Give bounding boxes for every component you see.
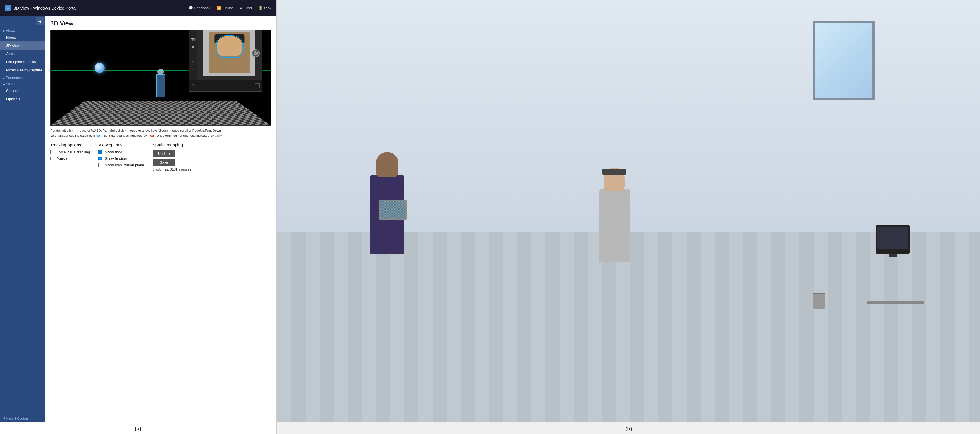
pause-label: Pause <box>56 157 67 161</box>
sidebar-item-scratch[interactable]: Scratch <box>0 87 45 95</box>
hologram-figure <box>149 52 172 97</box>
sidebar-section-performance: ▸ Performance <box>0 74 45 80</box>
show-frustum-row: ✓ Show frustum <box>99 157 144 161</box>
view-options-group: View options ✓ Show floor ✓ Show frustum… <box>99 143 144 171</box>
title-bar: 🖥 3D View - Windows Device Portal 💬 Feed… <box>0 0 276 16</box>
viewport-instructions: Rotate: left click + mouse or WASD; Pan:… <box>50 128 271 138</box>
monitor-stand <box>889 253 897 257</box>
ar-face-outline <box>216 35 243 58</box>
pause-row: Pause <box>50 157 90 161</box>
show-floor-row: ✓ Show floor <box>99 150 144 154</box>
temp-icon: 🌡 <box>239 6 243 10</box>
force-visual-tracking-row: Force visual tracking <box>50 150 90 154</box>
person-with-laptop <box>362 141 418 253</box>
main-area: ◀ ▸ Views Home 3D View Apps Hologram Sta… <box>0 16 276 423</box>
spatial-mapping-group: Spatial mapping Update Save 6 volumes; 3… <box>153 143 191 171</box>
cam-footer-square <box>255 83 259 88</box>
record-button[interactable] <box>252 49 259 57</box>
camera-footer: ⬡ <box>189 80 262 91</box>
room-window <box>813 21 875 100</box>
show-floor-checkbox[interactable]: ✓ <box>99 150 102 154</box>
show-stabilization-label: Show stabilization plane <box>105 163 144 167</box>
laptop <box>379 200 407 220</box>
sidebar-collapse-btn[interactable]: ◀ <box>35 17 44 25</box>
options-area: Tracking options Force visual tracking P… <box>50 143 271 171</box>
trash-can <box>813 293 826 309</box>
holo-sphere <box>94 63 105 73</box>
camera-feed-inner <box>204 30 255 76</box>
cam-grid-icon: :: <box>190 64 196 67</box>
spatial-mapping-title: Spatial mapping <box>153 143 191 147</box>
record-indicator <box>254 51 258 55</box>
person-in-camera <box>208 32 250 73</box>
content-area: 3D View Camera ─ <box>45 16 276 423</box>
show-stabilization-checkbox[interactable] <box>99 163 102 167</box>
page-title: 3D View <box>50 20 271 27</box>
panel-a: 🖥 3D View - Windows Device Portal 💬 Feed… <box>0 0 277 434</box>
cam-footer-icon-left: ⬡ <box>191 84 195 88</box>
arrow-icon: ▸ <box>3 29 5 32</box>
instruction-line1: Rotate: left click + mouse or WASD; Pan:… <box>50 128 271 133</box>
sidebar-item-home[interactable]: Home <box>0 33 45 41</box>
cam-camera-icon[interactable]: 📷 <box>191 36 196 41</box>
force-visual-tracking-label: Force visual tracking <box>56 150 90 154</box>
arrow-icon-sys: ▸ <box>3 82 5 86</box>
blue-label: Blue <box>94 134 100 137</box>
red-label: Red <box>148 134 154 137</box>
arrow-icon-perf: ▸ <box>3 76 5 79</box>
person-with-ar-headset <box>594 155 644 262</box>
monitor-screen <box>877 227 908 249</box>
app-icon: 🖥 <box>5 5 11 11</box>
wifi-icon: 📶 <box>217 6 221 10</box>
tracking-options-title: Tracking options <box>50 143 90 147</box>
show-frustum-checkbox[interactable]: ✓ <box>99 157 102 160</box>
monitor <box>876 225 910 253</box>
person-right-body <box>599 188 630 262</box>
cam-settings-icon[interactable]: ⚙ <box>191 30 195 33</box>
title-bar-controls: 💬 Feedback 📶 Online 🌡 Cool 🔋 89% <box>188 6 272 10</box>
camera-sidebar: ⚙ 📷 ⏺ ▲ :: ▼ <box>189 30 197 80</box>
sidebar-item-apps[interactable]: Apps <box>0 50 45 58</box>
instruction-mid2: ; Undetermined handedness indicated by <box>154 134 215 137</box>
update-button[interactable]: Update <box>153 150 175 157</box>
gray-label: Gray <box>215 134 222 137</box>
sidebar-item-mixed-reality[interactable]: Mixed Reality Capture <box>0 66 45 74</box>
camera-feed <box>197 30 262 80</box>
sidebar-item-3dview[interactable]: 3D View <box>0 41 45 50</box>
holo-head <box>158 69 164 75</box>
feedback-btn[interactable]: 💬 Feedback <box>188 6 210 10</box>
show-floor-label: Show floor <box>105 150 122 154</box>
sidebar-item-openxr[interactable]: OpenXR <box>0 95 45 103</box>
panel-b: (b) <box>277 0 980 434</box>
caption-b: (b) <box>277 423 980 434</box>
room-scene <box>277 0 980 423</box>
spatial-mapping-info: 6 volumes; 3181 triangles <box>153 168 191 171</box>
show-stabilization-row: Show stabilization plane <box>99 163 144 167</box>
sidebar-section-system: ▸ System <box>0 80 45 87</box>
cam-toggle-icon[interactable]: ⏺ <box>191 44 195 49</box>
online-status: 📶 Online <box>217 6 233 10</box>
hololens-headset <box>602 169 626 174</box>
view-options-title: View options <box>99 143 144 147</box>
laptop-screen <box>380 201 406 218</box>
instruction-mid1: ; Right handedness indicated by <box>101 134 148 137</box>
3d-viewport[interactable]: Camera ─ □ ✕ ⚙ 📷 ⏺ ▲ <box>50 30 271 126</box>
instruction-prefix: Left handedness indicated by <box>50 134 94 137</box>
battery-icon: 🔋 <box>258 6 263 10</box>
cam-down-btn[interactable]: ▼ <box>190 68 196 71</box>
sidebar-item-hologram-stability[interactable]: Hologram Stability <box>0 58 45 66</box>
pause-checkbox[interactable] <box>50 157 54 160</box>
sidebar-section-views: ▸ Views <box>0 27 45 33</box>
photo-container <box>277 0 980 423</box>
desk <box>867 301 924 304</box>
camera-window[interactable]: Camera ─ □ ✕ ⚙ 📷 ⏺ ▲ <box>189 30 262 92</box>
battery-status: 🔋 89% <box>258 6 272 10</box>
force-visual-tracking-checkbox[interactable] <box>50 150 54 154</box>
person-left-head <box>376 152 398 177</box>
cam-nav-buttons: ▲ :: ▼ <box>190 52 196 78</box>
privacy-cookies-link[interactable]: Privacy & Cookies <box>0 415 45 423</box>
instruction-line2: Left handedness indicated by Blue ; Righ… <box>50 133 271 138</box>
cam-up-btn[interactable]: ▲ <box>190 60 196 63</box>
sidebar: ◀ ▸ Views Home 3D View Apps Hologram Sta… <box>0 16 45 423</box>
save-button[interactable]: Save <box>153 159 175 166</box>
